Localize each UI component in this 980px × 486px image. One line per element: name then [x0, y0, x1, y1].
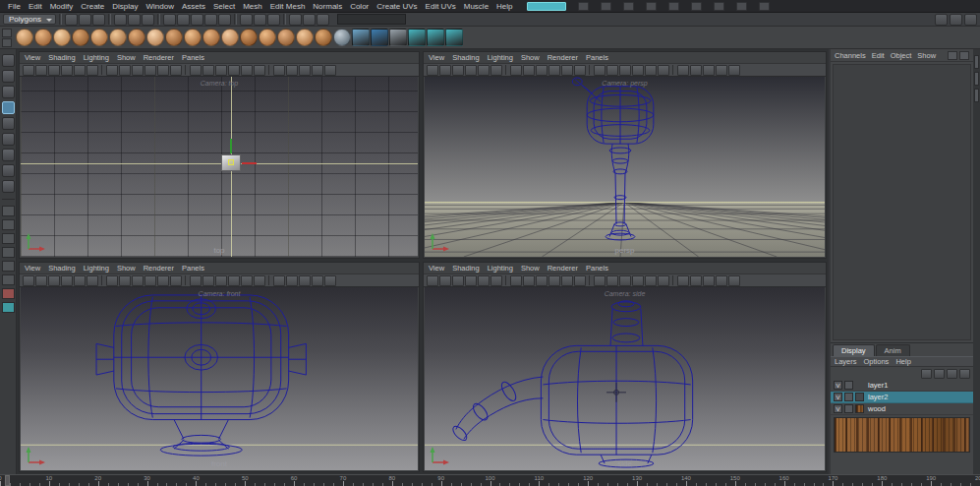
kettle-wireframe-front[interactable] [96, 295, 306, 456]
hypershade-persp-layout-icon[interactable] [2, 288, 15, 299]
frame-all-icon[interactable] [619, 65, 631, 76]
viewport-menu-lighting[interactable]: Lighting [84, 53, 109, 62]
shelf-material-sphere-3[interactable] [53, 29, 71, 46]
menu-edit-mesh[interactable]: Edit Mesh [266, 2, 310, 11]
resolution-gate-icon[interactable] [548, 65, 560, 76]
soft-modification-icon[interactable] [2, 164, 15, 177]
paint-select-tool-icon[interactable] [2, 86, 15, 98]
select-hierarchy-icon[interactable] [114, 14, 127, 26]
menu-color[interactable]: Color [346, 2, 373, 11]
channel-box-tab-icon[interactable] [974, 89, 979, 102]
safe-action-icon[interactable] [594, 275, 605, 286]
menu-edit[interactable]: Edit [25, 2, 46, 11]
wireframe-mode-icon[interactable] [241, 65, 253, 76]
shelf-tab-switch-icon[interactable] [2, 29, 12, 37]
menu-create[interactable]: Create [77, 2, 108, 11]
isolate-select-icon[interactable] [728, 65, 740, 76]
menu-assets[interactable]: Assets [178, 2, 209, 11]
front-scene[interactable] [21, 287, 418, 470]
menu-window[interactable]: Window [143, 2, 178, 11]
use-all-lights-icon[interactable] [690, 275, 702, 286]
shaded-mode-icon[interactable] [658, 275, 669, 286]
outliner-toggle-icon[interactable] [601, 2, 611, 11]
wireframe-mode-icon[interactable] [645, 65, 657, 76]
shelf-material-sphere-13[interactable] [240, 29, 258, 46]
move-tool-icon[interactable] [2, 101, 15, 114]
persp-scene[interactable] [425, 77, 825, 257]
channel-box-menu-edit[interactable]: Edit [872, 51, 885, 60]
select-tool-icon[interactable] [2, 54, 15, 67]
textured-mode-icon[interactable] [273, 65, 285, 76]
shaded-mode-icon[interactable] [254, 65, 265, 76]
select-camera-icon[interactable] [427, 65, 438, 76]
viewport-menu-show[interactable]: Show [117, 264, 136, 273]
menu-modify[interactable]: Modify [46, 2, 78, 11]
layer-editor-menu-layers[interactable]: Layers [835, 357, 857, 366]
viewport-menu-panels[interactable]: Panels [182, 264, 204, 273]
layer-row-wood[interactable]: Vwood [831, 403, 973, 415]
bookmarks-icon[interactable] [465, 65, 477, 76]
hypergraph-icon[interactable] [623, 2, 634, 11]
layer-swatch[interactable] [855, 404, 864, 413]
playblast-icon[interactable] [714, 2, 724, 11]
layer-visibility-toggle[interactable]: V [834, 381, 842, 390]
shadows-icon[interactable] [703, 275, 715, 286]
universal-manipulator-icon[interactable] [2, 149, 15, 161]
viewport-menu-panels[interactable]: Panels [182, 53, 204, 62]
four-pane-layout-icon[interactable] [2, 247, 15, 258]
select-object-icon[interactable] [128, 14, 141, 26]
side-scene[interactable] [425, 287, 825, 470]
viewport-canvas-persp[interactable]: Camera: persp persp [425, 77, 825, 257]
image-plane-icon[interactable] [74, 275, 86, 286]
use-all-lights-icon[interactable] [286, 65, 298, 76]
two-pane-stacked-layout-icon[interactable] [2, 233, 15, 244]
snap-point-icon[interactable] [191, 14, 203, 26]
tool-settings-tab-icon[interactable] [974, 72, 979, 86]
shadows-icon[interactable] [299, 275, 311, 286]
wireframe-mode-icon[interactable] [241, 275, 253, 286]
scale-tool-icon[interactable] [2, 133, 15, 146]
gate-mask-icon[interactable] [561, 65, 573, 76]
camera-attributes-icon[interactable] [48, 275, 60, 286]
frame-selection-icon[interactable] [228, 65, 240, 76]
snap-plane-icon[interactable] [218, 14, 231, 26]
shaded-mode-icon[interactable] [254, 275, 265, 286]
lock-camera-icon[interactable] [439, 275, 451, 286]
move-layer-down-icon[interactable] [934, 369, 945, 379]
camera-attributes-icon[interactable] [452, 65, 464, 76]
menu-mesh[interactable]: Mesh [239, 2, 266, 11]
viewport-menu-renderer[interactable]: Renderer [144, 264, 174, 273]
gate-mask-icon[interactable] [157, 275, 169, 286]
select-camera-icon[interactable] [23, 65, 34, 76]
viewport-menu-show[interactable]: Show [521, 264, 540, 273]
menu-edit-uvs[interactable]: Edit UVs [422, 2, 460, 11]
bookmarks-icon[interactable] [61, 65, 73, 76]
viewport-menu-lighting[interactable]: Lighting [488, 53, 513, 62]
resolution-gate-icon[interactable] [144, 65, 156, 76]
film-gate-icon[interactable] [536, 275, 548, 286]
poly-sphere-icon[interactable] [427, 29, 444, 46]
channel-box-menu-channels[interactable]: Channels [835, 51, 866, 60]
select-camera-icon[interactable] [427, 275, 438, 286]
field-chart-icon[interactable] [170, 275, 182, 286]
layer-display-mode-toggle[interactable] [844, 404, 853, 413]
time-slider[interactable]: 0102030405060708090100110120130140150160… [0, 474, 980, 486]
layer-editor-tab-anim[interactable]: Anim [876, 344, 910, 356]
shaded-mode-icon[interactable] [658, 65, 669, 76]
wireframe-mode-icon[interactable] [645, 275, 657, 286]
film-gate-icon[interactable] [132, 275, 144, 286]
shelf-material-sphere-1[interactable] [16, 29, 33, 46]
shelf-material-sphere-4[interactable] [72, 29, 89, 46]
select-component-icon[interactable] [142, 14, 154, 26]
viewport-menu-renderer[interactable]: Renderer [548, 264, 578, 273]
select-camera-icon[interactable] [23, 275, 34, 286]
isolate-select-icon[interactable] [728, 275, 740, 286]
render-settings-icon[interactable] [317, 14, 329, 26]
menu-set-dropdown[interactable]: Polygons [3, 14, 56, 25]
show-tool-settings-icon[interactable] [950, 14, 962, 26]
move-manipulator-x[interactable] [242, 162, 257, 164]
texture-view-icon[interactable] [668, 2, 679, 11]
menu-normals[interactable]: Normals [309, 2, 346, 11]
layer-editor-menu-options[interactable]: Options [864, 357, 890, 366]
shelf-menu-icon[interactable] [2, 38, 12, 47]
